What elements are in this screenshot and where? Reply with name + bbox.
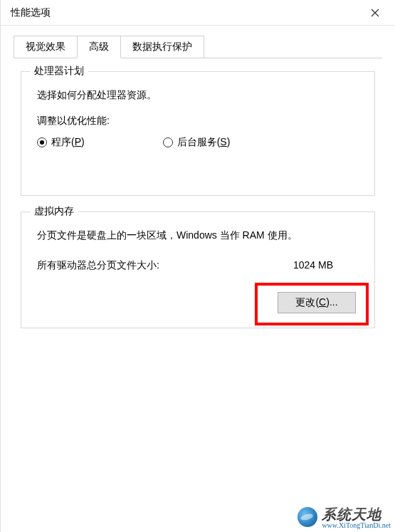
radio-label: 程序(P) bbox=[51, 136, 85, 149]
radio-programs[interactable]: 程序(P) bbox=[37, 136, 85, 149]
change-button-container: 更改(C)... bbox=[272, 286, 362, 319]
processor-desc: 选择如何分配处理器资源。 bbox=[37, 89, 362, 102]
radio-background-services[interactable]: 后台服务(S) bbox=[163, 136, 231, 149]
window-title: 性能选项 bbox=[11, 6, 51, 19]
performance-options-dialog: 性能选项 视觉效果 高级 数据执行保护 处理器计划 选择如何分配处理器资源。 调… bbox=[0, 0, 395, 532]
titlebar: 性能选项 bbox=[1, 0, 395, 26]
tab-dep[interactable]: 数据执行保护 bbox=[120, 36, 204, 58]
watermark: 系统天地 www.XiTongTianDi.net bbox=[297, 505, 391, 529]
change-button[interactable]: 更改(C)... bbox=[278, 292, 356, 313]
close-icon bbox=[371, 9, 379, 17]
tab-label: 视觉效果 bbox=[26, 41, 65, 52]
radio-group-scheduling: 程序(P) 后台服务(S) bbox=[37, 136, 362, 149]
radio-label: 后台服务(S) bbox=[177, 136, 231, 149]
virtual-memory-group: 虚拟内存 分页文件是硬盘上的一块区域，Windows 当作 RAM 使用。 所有… bbox=[21, 212, 375, 328]
tab-strip: 视觉效果 高级 数据执行保护 bbox=[14, 36, 395, 58]
group-legend: 处理器计划 bbox=[30, 65, 88, 78]
radio-icon bbox=[37, 137, 47, 147]
virtual-memory-desc: 分页文件是硬盘上的一块区域，Windows 当作 RAM 使用。 bbox=[37, 229, 362, 242]
tab-label: 高级 bbox=[89, 41, 109, 52]
adjust-label: 调整以优化性能: bbox=[37, 115, 362, 127]
watermark-text-en: www.XiTongTianDi.net bbox=[322, 521, 391, 529]
tab-panel-advanced: 处理器计划 选择如何分配处理器资源。 调整以优化性能: 程序(P) 后台服务(S… bbox=[14, 58, 382, 328]
paging-total-row: 所有驱动器总分页文件大小: 1024 MB bbox=[37, 259, 362, 272]
group-legend: 虚拟内存 bbox=[30, 205, 78, 218]
globe-icon bbox=[297, 507, 317, 527]
paging-total-value: 1024 MB bbox=[293, 259, 333, 272]
paging-total-label: 所有驱动器总分页文件大小: bbox=[37, 259, 159, 272]
processor-scheduling-group: 处理器计划 选择如何分配处理器资源。 调整以优化性能: 程序(P) 后台服务(S… bbox=[21, 71, 375, 196]
radio-icon bbox=[163, 137, 173, 147]
tab-label: 数据执行保护 bbox=[132, 41, 192, 52]
close-button[interactable] bbox=[361, 3, 389, 23]
tab-visual-effects[interactable]: 视觉效果 bbox=[14, 36, 78, 58]
tab-advanced[interactable]: 高级 bbox=[77, 36, 121, 58]
